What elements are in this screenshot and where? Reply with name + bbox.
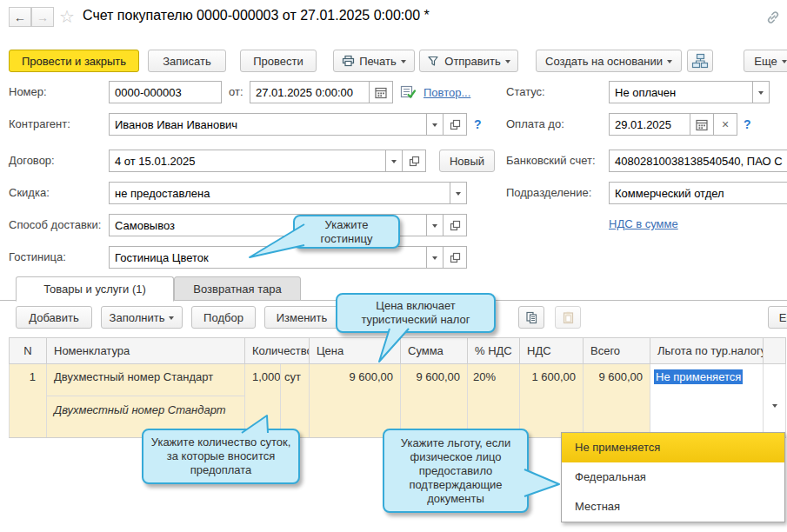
vat-in-sum-link[interactable]: НДС в сумме <box>609 217 678 230</box>
counterparty-help-icon[interactable]: ? <box>474 117 482 131</box>
chevron-down-icon <box>772 404 777 408</box>
chevron-down-icon <box>505 60 510 63</box>
open-icon[interactable] <box>443 215 466 236</box>
chevron-down-icon[interactable] <box>426 114 443 135</box>
send-icon <box>427 55 440 67</box>
counterparty-select[interactable]: Иванов Иван Иванович <box>109 113 467 136</box>
status-label: Статус: <box>506 81 545 103</box>
table-row[interactable]: 1 Двухместный номер Стандарт 1,000 сут 9… <box>10 364 786 396</box>
contract-select[interactable]: 4 от 15.01.2025 <box>109 150 426 172</box>
col-tax-benefit[interactable]: Льгота по тур.налогу <box>650 338 764 364</box>
table-more-button[interactable]: Еще <box>768 306 787 329</box>
chevron-down-icon[interactable] <box>385 150 402 171</box>
document-structure-button[interactable] <box>687 50 713 72</box>
tooltip-quantity: Укажите количество суток, за которые вно… <box>142 429 300 484</box>
department-field[interactable]: Коммерческий отдел <box>609 182 787 204</box>
cell-amount[interactable]: 9 600,00 <box>401 364 468 438</box>
recurring-icon[interactable] <box>400 84 417 100</box>
open-icon[interactable] <box>443 114 466 135</box>
cell-total[interactable]: 9 600,00 <box>584 364 650 438</box>
bank-account-label: Банковский счет: <box>506 150 596 172</box>
paste-row-button[interactable] <box>555 306 581 329</box>
tax-benefit-combo-button[interactable] <box>764 364 786 438</box>
calendar-icon[interactable] <box>690 114 713 135</box>
col-price[interactable]: Цена <box>310 338 401 364</box>
cell-n[interactable]: 1 <box>10 364 47 438</box>
write-button[interactable]: Записать <box>148 50 226 72</box>
forward-arrow-icon: → <box>37 10 49 24</box>
goods-table: N Номенклатура Количество Цена Сумма % Н… <box>9 337 786 438</box>
number-input[interactable]: 0000-000003 <box>109 81 222 103</box>
open-icon[interactable] <box>402 150 425 171</box>
pick-button[interactable]: Подбор <box>191 306 256 329</box>
cell-quantity[interactable]: 1,000 <box>245 364 281 438</box>
hotel-select[interactable]: Гостиница Цветок <box>109 246 467 269</box>
chevron-down-icon[interactable] <box>450 183 466 203</box>
chevron-down-icon[interactable] <box>752 82 769 103</box>
contract-label: Договор: <box>9 150 55 172</box>
clear-icon[interactable]: × <box>713 114 737 135</box>
chevron-down-icon[interactable] <box>426 215 443 236</box>
payment-due-help-icon[interactable]: ? <box>744 117 751 131</box>
repeat-link[interactable]: Повтор... <box>424 86 470 99</box>
delivery-method-select[interactable]: Самовывоз <box>109 214 467 236</box>
bank-account-field[interactable]: 40802810038138540540, ПАО С <box>609 150 787 172</box>
col-quantity[interactable]: Количество <box>245 338 310 364</box>
col-combo <box>764 338 786 364</box>
get-link-icon[interactable] <box>765 10 781 25</box>
calendar-icon[interactable] <box>369 82 392 103</box>
delivery-method-label: Способ доставки: <box>9 214 101 236</box>
create-based-on-button[interactable]: Создать на основании <box>536 50 682 72</box>
department-label: Подразделение: <box>506 182 591 204</box>
dropdown-option-local[interactable]: Местная <box>562 492 784 522</box>
page-title: Счет покупателю 0000-000003 от 27.01.202… <box>83 8 430 23</box>
date-label: от: <box>229 81 243 103</box>
back-button[interactable]: ← <box>9 7 31 27</box>
print-button[interactable]: Печать <box>333 50 415 72</box>
counterparty-label: Контрагент: <box>9 113 70 136</box>
favorite-star-icon[interactable]: ☆ <box>59 6 75 27</box>
dropdown-option-federal[interactable]: Федеральная <box>562 462 784 492</box>
new-contract-button[interactable]: Новый <box>439 150 495 172</box>
copy-icon <box>525 311 538 324</box>
tooltip-price: Цена включает туристический налог <box>336 293 496 333</box>
printer-icon <box>342 55 355 67</box>
payment-due-input[interactable]: 29.01.2025 × <box>609 113 737 136</box>
col-total[interactable]: Всего <box>584 338 650 364</box>
cell-vat[interactable]: 1 600,00 <box>520 364 584 438</box>
date-input[interactable]: 27.01.2025 0:00:00 <box>250 81 393 103</box>
col-nomenclature[interactable]: Номенклатура <box>47 338 245 364</box>
col-vat[interactable]: НДС <box>520 338 584 364</box>
copy-row-button[interactable] <box>518 306 544 329</box>
col-n[interactable]: N <box>10 338 47 364</box>
chevron-down-icon[interactable] <box>426 247 443 268</box>
cell-unit[interactable]: сут <box>281 364 310 438</box>
chevron-down-icon <box>401 60 406 63</box>
status-select[interactable]: Не оплачен <box>609 81 770 103</box>
more-button[interactable]: Еще <box>744 50 787 72</box>
forward-button[interactable]: → <box>31 7 54 27</box>
tooltip-benefit: Укажите льготу, если физическое лицо пре… <box>383 429 529 513</box>
edit-button[interactable]: Изменить <box>264 306 339 329</box>
open-icon[interactable] <box>443 247 466 268</box>
tooltip-hotel: Укажите гостиницу <box>293 215 400 249</box>
cell-tax-benefit[interactable]: Не применяется <box>650 364 764 438</box>
tax-benefit-dropdown: Не применяется Федеральная Местная <box>561 432 785 522</box>
chevron-down-icon <box>169 316 174 320</box>
col-vat-rate[interactable]: % НДС <box>468 338 520 364</box>
add-row-button[interactable]: Добавить <box>16 306 92 329</box>
cell-price[interactable]: 9 600,00 <box>310 364 401 438</box>
col-amount[interactable]: Сумма <box>401 338 468 364</box>
discount-select[interactable]: не предоставлена <box>109 182 467 204</box>
tab-returnable-tare[interactable]: Возвратная тара <box>174 276 301 301</box>
dropdown-option-not-applied[interactable]: Не применяется <box>562 433 784 462</box>
fill-button[interactable]: Заполнить <box>101 306 183 329</box>
post-button[interactable]: Провести <box>240 50 317 72</box>
cell-vat-rate[interactable]: 20% <box>468 364 520 438</box>
post-and-close-button[interactable]: Провести и закрыть <box>9 50 139 72</box>
tab-goods-services[interactable]: Товары и услуги (1) <box>16 276 174 302</box>
chevron-down-icon <box>667 60 672 63</box>
cell-nomenclature[interactable]: Двухместный номер Стандарт <box>47 364 245 396</box>
table-header-row: N Номенклатура Количество Цена Сумма % Н… <box>10 338 786 364</box>
send-button[interactable]: Отправить <box>419 50 518 72</box>
